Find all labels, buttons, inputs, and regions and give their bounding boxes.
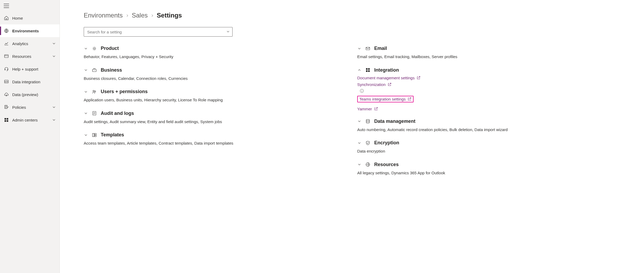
category-header-encryption[interactable]: Encryption bbox=[357, 140, 623, 146]
category-title: Templates bbox=[101, 132, 124, 138]
chevron-up-icon bbox=[357, 68, 361, 72]
category-summary: Access team templates, Article templates… bbox=[84, 140, 349, 146]
settings-link-synchronization[interactable]: Synchronization bbox=[357, 82, 623, 87]
settings-link-teams-integration-settings[interactable]: Teams integration settings bbox=[357, 96, 414, 102]
templates-icon bbox=[92, 132, 97, 138]
category-summary: Data encryption bbox=[357, 148, 623, 154]
chevron-down-icon bbox=[357, 119, 361, 123]
link-label: Yammer bbox=[357, 107, 372, 111]
sidebar-item-policies[interactable]: Policies bbox=[0, 101, 60, 114]
chevron-down-icon bbox=[52, 105, 56, 109]
category-title: Resources bbox=[374, 162, 399, 167]
settings-column-left: Product Behavior, Features, Languages, P… bbox=[84, 46, 349, 183]
category-title: Audit and logs bbox=[101, 111, 134, 116]
sidebar-item-help-support[interactable]: Help + support bbox=[0, 63, 60, 75]
category-title: Users + permissions bbox=[101, 89, 148, 94]
admin-icon bbox=[4, 117, 9, 123]
category-summary: Audit settings, Audit summary view, Enti… bbox=[84, 119, 349, 125]
svg-rect-14 bbox=[95, 133, 96, 135]
sidebar-item-analytics[interactable]: Analytics bbox=[0, 37, 60, 50]
svg-rect-16 bbox=[366, 47, 370, 50]
sidebar: Home Environments Analytics Resources He… bbox=[0, 0, 60, 273]
breadcrumb-item[interactable]: Environments bbox=[84, 12, 123, 19]
sidebar-item-data-preview-[interactable]: Data (preview) bbox=[0, 88, 60, 101]
info-icon[interactable] bbox=[360, 89, 364, 94]
sidebar-item-data-integration[interactable]: Data integration bbox=[0, 75, 60, 88]
category-title: Integration bbox=[374, 67, 399, 73]
svg-rect-18 bbox=[368, 68, 370, 70]
category-summary: Application users, Business units, Hiera… bbox=[84, 97, 349, 103]
category-summary: All legacy settings, Dynamics 365 App fo… bbox=[357, 170, 623, 176]
external-link-icon bbox=[408, 97, 411, 101]
category-summary: Email settings, Email tracking, Mailboxe… bbox=[357, 54, 623, 60]
external-link-icon bbox=[374, 107, 378, 111]
search-box[interactable] bbox=[84, 27, 233, 37]
hamburger-icon bbox=[4, 4, 9, 8]
chevron-down-icon bbox=[84, 111, 88, 115]
category-header-product[interactable]: Product bbox=[84, 46, 349, 51]
globe2-icon bbox=[365, 162, 371, 167]
chevron-down-icon bbox=[84, 68, 88, 72]
chevron-down-icon bbox=[357, 162, 361, 167]
breadcrumb-item[interactable]: Sales bbox=[132, 12, 148, 19]
category-title: Product bbox=[101, 46, 119, 51]
chevron-down-icon bbox=[357, 141, 361, 145]
resources-icon bbox=[4, 54, 9, 59]
breadcrumb: EnvironmentsSalesSettings bbox=[84, 12, 623, 19]
category-header-email[interactable]: Email bbox=[357, 46, 623, 51]
chevron-down-icon bbox=[226, 30, 230, 34]
settings-category: Product Behavior, Features, Languages, P… bbox=[84, 46, 349, 60]
chevron-down-icon bbox=[357, 46, 361, 51]
category-header-data-management[interactable]: Data management bbox=[357, 119, 623, 124]
settings-category: Users + permissions Application users, B… bbox=[84, 89, 349, 103]
category-header-templates[interactable]: Templates bbox=[84, 132, 349, 138]
sidebar-item-resources[interactable]: Resources bbox=[0, 50, 60, 63]
svg-rect-20 bbox=[368, 70, 370, 72]
link-label: Synchronization bbox=[357, 82, 386, 87]
settings-category: Business Business closures, Calendar, Co… bbox=[84, 67, 349, 82]
category-title: Business bbox=[101, 67, 122, 73]
svg-rect-5 bbox=[7, 118, 8, 120]
main-content: EnvironmentsSalesSettings Product Behavi… bbox=[60, 0, 644, 273]
category-summary: Behavior, Features, Languages, Privacy +… bbox=[84, 54, 349, 60]
settings-category: Data management Auto numbering, Automati… bbox=[357, 119, 623, 133]
headset-icon bbox=[4, 66, 9, 72]
nav-label: Policies bbox=[12, 105, 52, 110]
settings-category: Audit and logs Audit settings, Audit sum… bbox=[84, 111, 349, 125]
svg-rect-13 bbox=[92, 133, 94, 137]
windows-icon bbox=[365, 67, 371, 73]
category-summary: Business closures, Calendar, Connection … bbox=[84, 76, 349, 82]
category-title: Encryption bbox=[374, 140, 399, 146]
chevron-down-icon bbox=[52, 54, 56, 58]
category-header-users-permissions[interactable]: Users + permissions bbox=[84, 89, 349, 94]
settings-category: Resources All legacy settings, Dynamics … bbox=[357, 162, 623, 176]
settings-link-document-management-settings[interactable]: Document management settings bbox=[357, 76, 623, 80]
gear-icon bbox=[92, 46, 97, 51]
nav-label: Data integration bbox=[12, 80, 56, 84]
home-icon bbox=[4, 15, 9, 21]
sidebar-item-admin-centers[interactable]: Admin centers bbox=[0, 114, 60, 126]
category-header-audit-and-logs[interactable]: Audit and logs bbox=[84, 111, 349, 116]
chevron-down-icon bbox=[84, 46, 88, 51]
settings-category: Integration Document management settings… bbox=[357, 67, 623, 111]
nav-label: Resources bbox=[12, 54, 52, 59]
chevron-down-icon bbox=[52, 42, 56, 45]
category-header-business[interactable]: Business bbox=[84, 67, 349, 73]
shield-icon bbox=[365, 140, 371, 146]
nav-label: Admin centers bbox=[12, 118, 52, 122]
category-header-resources[interactable]: Resources bbox=[357, 162, 623, 167]
external-link-icon bbox=[417, 76, 420, 80]
nav-label: Home bbox=[12, 16, 56, 20]
search-input[interactable] bbox=[87, 29, 226, 34]
globe-icon bbox=[4, 28, 9, 33]
hamburger-button[interactable] bbox=[0, 0, 60, 12]
category-header-integration[interactable]: Integration bbox=[357, 67, 623, 73]
mail-icon bbox=[365, 46, 371, 51]
sidebar-item-home[interactable]: Home bbox=[0, 12, 60, 24]
svg-point-10 bbox=[93, 90, 94, 92]
sidebar-item-environments[interactable]: Environments bbox=[0, 24, 60, 37]
external-link-icon bbox=[388, 83, 392, 86]
settings-link-yammer[interactable]: Yammer bbox=[357, 107, 623, 111]
category-title: Data management bbox=[374, 119, 415, 124]
users-icon bbox=[92, 89, 97, 94]
